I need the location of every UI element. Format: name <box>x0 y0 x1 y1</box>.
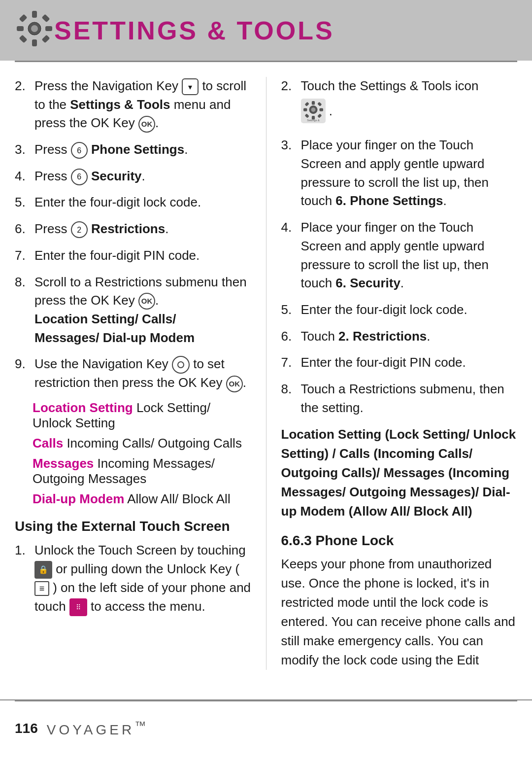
list-item: 3. Place your finger on the Touch Screen… <box>281 136 518 210</box>
list-number: 5. <box>281 301 297 319</box>
page-number: 116 <box>15 721 38 736</box>
svg-rect-8 <box>19 35 28 43</box>
list-item: 5. Enter the four-digit lock code. <box>15 193 251 212</box>
list-number: 2. <box>281 77 297 128</box>
right-column: 2. Touch the Settings & Tools icon <box>266 77 518 670</box>
list-number: 5. <box>15 193 31 212</box>
list-item: 7. Enter the four-digit PIN code. <box>281 353 518 372</box>
list-item: 1. Unlock the Touch Screen by touching 🔒… <box>15 541 251 616</box>
nav-circle-icon <box>172 356 190 374</box>
page-header: SETTINGS & TOOLS <box>0 0 532 61</box>
svg-rect-15 <box>303 108 307 111</box>
list-number: 1. <box>15 541 31 616</box>
svg-point-1 <box>31 25 38 32</box>
external-touch-heading: Using the External Touch Screen <box>15 519 251 534</box>
svg-text:Settings &: Settings & <box>307 119 320 122</box>
svg-rect-13 <box>311 101 314 105</box>
list-item: 4. Press 6 Security. <box>15 167 251 186</box>
nav-down-icon: ▾ <box>182 78 199 95</box>
brand-name: VOYAGER™ <box>47 719 149 738</box>
list-item: 8. Scroll to a Restrictions submenu then… <box>15 273 251 348</box>
header-title: SETTINGS & TOOLS <box>54 16 334 45</box>
list-item: 7. Enter the four-digit PIN code. <box>15 246 251 265</box>
list-item: 4. Place your finger on the Touch Screen… <box>281 218 518 293</box>
phone-settings-icon: 6 <box>71 142 88 159</box>
list-number: 4. <box>15 167 31 186</box>
list-item: 5. Enter the four-digit lock code. <box>281 301 518 319</box>
list-item: 3. Press 6 Phone Settings. <box>15 140 251 159</box>
list-number: 4. <box>281 218 297 293</box>
svg-rect-16 <box>319 108 323 111</box>
header-gear-icon <box>15 9 54 52</box>
list-item: 2. Touch the Settings & Tools icon <box>281 77 518 128</box>
svg-rect-7 <box>42 14 50 23</box>
list-number: 3. <box>281 136 297 210</box>
list-item: 9. Use the Navigation Key to set restric… <box>15 355 251 392</box>
main-content: 2. Press the Navigation Key ▾ to scroll … <box>0 62 532 670</box>
list-number: 2. <box>15 77 31 133</box>
bold-text: Settings & Tools <box>70 97 170 112</box>
svg-rect-9 <box>42 35 50 43</box>
list-number: 8. <box>15 273 31 348</box>
restrictions-icon: 2 <box>71 221 88 238</box>
list-number: 6. <box>15 220 31 239</box>
list-number: 7. <box>281 353 297 372</box>
menu-dots-icon: ⠿ <box>69 598 87 616</box>
left-column: 2. Press the Navigation Key ▾ to scroll … <box>15 77 266 670</box>
calls-item: Calls Incoming Calls/ Outgoing Calls <box>33 436 251 451</box>
svg-rect-3 <box>32 39 37 46</box>
list-number: 3. <box>15 140 31 159</box>
ok-icon-2: OK <box>138 293 155 310</box>
list-number: 9. <box>15 355 31 392</box>
list-item: 6. Touch 2. Restrictions. <box>281 327 518 346</box>
messages-item: Messages Incoming Messages/ Outgoing Mes… <box>33 456 251 487</box>
list-item: 2. Press the Navigation Key ▾ to scroll … <box>15 77 251 133</box>
unlock-key-symbol: ≡ <box>34 581 49 596</box>
list-number: 8. <box>281 380 297 417</box>
phone-lock-heading: 6.6.3 Phone Lock <box>281 533 518 549</box>
list-number: 6. <box>281 327 297 346</box>
page-footer: 116 VOYAGER™ <box>0 699 532 748</box>
svg-rect-4 <box>17 26 24 31</box>
dialup-item: Dial-up Modem Allow All/ Block All <box>33 491 251 507</box>
svg-rect-6 <box>19 14 28 23</box>
svg-point-12 <box>311 107 315 112</box>
phone-lock-text: Keeps your phone from unauthorized use. … <box>281 555 518 670</box>
svg-rect-5 <box>45 26 52 31</box>
ok-icon-3: OK <box>226 376 243 392</box>
touch-lock-icon: 🔒 <box>34 561 52 579</box>
list-item: 6. Press 2 Restrictions. <box>15 220 251 239</box>
list-item: 8. Touch a Restrictions submenu, then th… <box>281 380 518 417</box>
ok-icon: OK <box>138 116 155 133</box>
restrictions-bold-block: Location Setting (Lock Setting/ Unlock S… <box>281 425 518 521</box>
security-icon: 6 <box>71 169 88 185</box>
svg-rect-2 <box>32 11 37 18</box>
location-setting-item: Location Setting Lock Setting/ Unlock Se… <box>33 400 251 431</box>
settings-tools-small-icon: Settings & <box>301 99 326 129</box>
list-number: 7. <box>15 246 31 265</box>
